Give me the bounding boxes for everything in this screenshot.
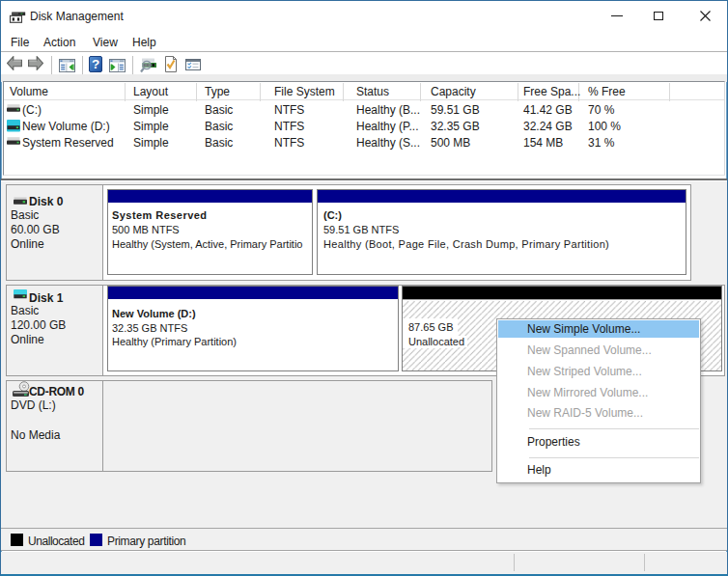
svg-text:?: ?: [92, 57, 99, 71]
